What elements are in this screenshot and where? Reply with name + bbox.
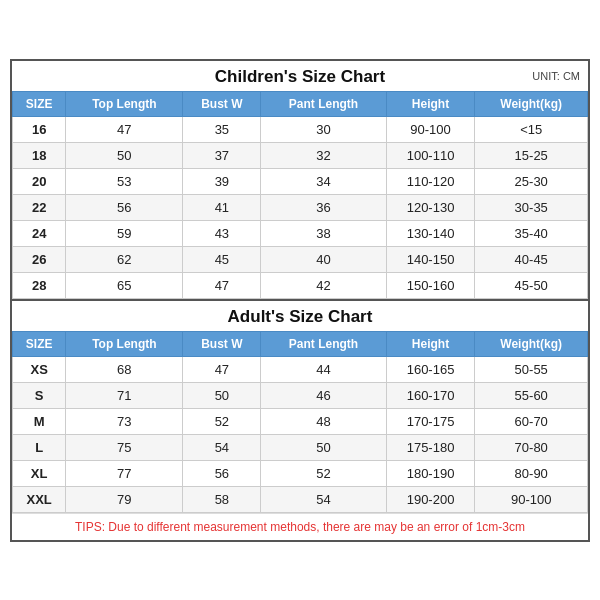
table-cell: 40 <box>261 246 386 272</box>
table-cell: 30-35 <box>475 194 588 220</box>
table-cell: 73 <box>66 408 183 434</box>
adults-table: SIZE Top Length Bust W Pant Length Heigh… <box>12 331 588 513</box>
chart-container: Children's Size Chart UNIT: CM SIZE Top … <box>10 59 590 542</box>
children-col-toplength: Top Length <box>66 91 183 116</box>
table-cell: L <box>13 434 66 460</box>
table-row: 18503732100-11015-25 <box>13 142 588 168</box>
table-cell: 60-70 <box>475 408 588 434</box>
table-cell: 90-100 <box>386 116 475 142</box>
table-cell: 36 <box>261 194 386 220</box>
adults-col-bustw: Bust W <box>183 331 261 356</box>
children-title-row: Children's Size Chart UNIT: CM <box>12 61 588 91</box>
adults-col-pantlength: Pant Length <box>261 331 386 356</box>
table-cell: 32 <box>261 142 386 168</box>
table-cell: 120-130 <box>386 194 475 220</box>
table-row: S715046160-17055-60 <box>13 382 588 408</box>
table-row: L755450175-18070-80 <box>13 434 588 460</box>
children-col-bustw: Bust W <box>183 91 261 116</box>
children-table: SIZE Top Length Bust W Pant Length Heigh… <box>12 91 588 299</box>
table-cell: 46 <box>261 382 386 408</box>
adults-title: Adult's Size Chart <box>228 307 373 326</box>
children-col-pantlength: Pant Length <box>261 91 386 116</box>
table-cell: 48 <box>261 408 386 434</box>
table-cell: 170-175 <box>386 408 475 434</box>
table-cell: 180-190 <box>386 460 475 486</box>
table-cell: <15 <box>475 116 588 142</box>
table-cell: S <box>13 382 66 408</box>
table-row: M735248170-17560-70 <box>13 408 588 434</box>
table-cell: 16 <box>13 116 66 142</box>
table-cell: 26 <box>13 246 66 272</box>
table-cell: 55-60 <box>475 382 588 408</box>
table-cell: 71 <box>66 382 183 408</box>
table-row: 20533934110-12025-30 <box>13 168 588 194</box>
table-cell: XS <box>13 356 66 382</box>
table-cell: 30 <box>261 116 386 142</box>
table-cell: 40-45 <box>475 246 588 272</box>
table-cell: 190-200 <box>386 486 475 512</box>
table-cell: 62 <box>66 246 183 272</box>
table-cell: 47 <box>183 272 261 298</box>
table-row: 1647353090-100<15 <box>13 116 588 142</box>
table-cell: 50 <box>261 434 386 460</box>
children-col-weight: Weight(kg) <box>475 91 588 116</box>
table-cell: 175-180 <box>386 434 475 460</box>
table-cell: 50 <box>183 382 261 408</box>
children-col-height: Height <box>386 91 475 116</box>
table-cell: 150-160 <box>386 272 475 298</box>
table-row: XS684744160-16550-55 <box>13 356 588 382</box>
table-cell: 90-100 <box>475 486 588 512</box>
table-cell: 45-50 <box>475 272 588 298</box>
table-cell: 59 <box>66 220 183 246</box>
adults-title-row: Adult's Size Chart <box>12 299 588 331</box>
table-row: XXL795854190-20090-100 <box>13 486 588 512</box>
table-cell: XL <box>13 460 66 486</box>
adults-col-size: SIZE <box>13 331 66 356</box>
table-cell: 53 <box>66 168 183 194</box>
table-cell: 25-30 <box>475 168 588 194</box>
table-cell: 100-110 <box>386 142 475 168</box>
table-cell: 54 <box>261 486 386 512</box>
table-cell: 77 <box>66 460 183 486</box>
adults-col-toplength: Top Length <box>66 331 183 356</box>
table-cell: 47 <box>66 116 183 142</box>
table-cell: 43 <box>183 220 261 246</box>
table-cell: 75 <box>66 434 183 460</box>
table-cell: 58 <box>183 486 261 512</box>
table-cell: 45 <box>183 246 261 272</box>
table-cell: 35-40 <box>475 220 588 246</box>
table-cell: 50 <box>66 142 183 168</box>
table-cell: 130-140 <box>386 220 475 246</box>
table-row: 24594338130-14035-40 <box>13 220 588 246</box>
table-cell: 160-170 <box>386 382 475 408</box>
table-cell: 140-150 <box>386 246 475 272</box>
table-cell: 35 <box>183 116 261 142</box>
table-cell: 110-120 <box>386 168 475 194</box>
table-cell: 34 <box>261 168 386 194</box>
children-col-size: SIZE <box>13 91 66 116</box>
table-cell: M <box>13 408 66 434</box>
table-cell: 56 <box>183 460 261 486</box>
table-row: 22564136120-13030-35 <box>13 194 588 220</box>
table-cell: XXL <box>13 486 66 512</box>
children-title: Children's Size Chart <box>215 67 385 86</box>
table-cell: 24 <box>13 220 66 246</box>
table-cell: 22 <box>13 194 66 220</box>
adults-col-height: Height <box>386 331 475 356</box>
table-cell: 15-25 <box>475 142 588 168</box>
tips-row: TIPS: Due to different measurement metho… <box>12 513 588 540</box>
table-cell: 42 <box>261 272 386 298</box>
table-cell: 39 <box>183 168 261 194</box>
unit-label: UNIT: CM <box>532 70 580 82</box>
table-cell: 56 <box>66 194 183 220</box>
table-row: 28654742150-16045-50 <box>13 272 588 298</box>
table-cell: 50-55 <box>475 356 588 382</box>
table-cell: 28 <box>13 272 66 298</box>
table-cell: 47 <box>183 356 261 382</box>
table-cell: 160-165 <box>386 356 475 382</box>
table-cell: 44 <box>261 356 386 382</box>
tips-text: TIPS: Due to different measurement metho… <box>75 520 525 534</box>
table-cell: 65 <box>66 272 183 298</box>
table-cell: 54 <box>183 434 261 460</box>
table-cell: 52 <box>261 460 386 486</box>
